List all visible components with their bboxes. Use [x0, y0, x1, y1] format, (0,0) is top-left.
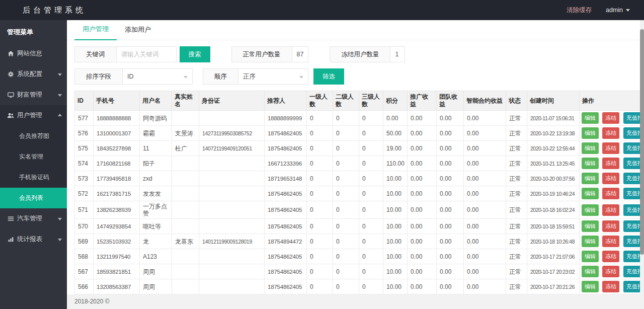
cell-referrer: 18888899999 [265, 111, 307, 126]
cell-realname: 杜广 [172, 141, 199, 156]
chevron-down-icon [58, 218, 62, 220]
freeze-button[interactable]: 冻结 [602, 158, 619, 169]
freeze-button[interactable]: 冻结 [602, 281, 619, 292]
freeze-button[interactable]: 冻结 [602, 251, 619, 262]
column-header: 团队收益 [437, 91, 464, 111]
sidebar-item-user-management[interactable]: 用户管理 [0, 105, 67, 126]
cell-actions: 编辑 冻结 充值扣款 [580, 201, 643, 219]
clear-cache-button[interactable]: 清除缓存 [567, 6, 592, 15]
cell-id: 568 [75, 249, 94, 264]
freeze-button[interactable]: 冻结 [602, 204, 619, 216]
sidebar-item-wealth[interactable]: 财富管理 [0, 85, 67, 105]
freeze-button[interactable]: 冻结 [602, 236, 619, 247]
column-header: 状态 [506, 91, 527, 111]
status-badge: 正常 [506, 171, 527, 186]
edit-button[interactable]: 编辑 [582, 173, 599, 184]
cell-level2-count: 0 [333, 249, 359, 264]
cell-referrer: 18754862405 [265, 201, 307, 219]
gear-icon [7, 71, 14, 78]
freeze-button[interactable]: 冻结 [602, 188, 619, 199]
cell-level2-count: 0 [333, 234, 359, 249]
edit-button[interactable]: 编辑 [582, 236, 599, 247]
cell-level2-count: 0 [333, 219, 359, 234]
cell-referrer: 18754862405 [265, 279, 307, 294]
keyword-input[interactable] [116, 46, 177, 62]
sidebar: 管理菜单 网站信息 系统配置 [0, 20, 67, 309]
cell-level1-count: 0 [307, 234, 333, 249]
cell-referrer: 18754862405 [265, 219, 307, 234]
cell-points: 10.00 [383, 234, 408, 249]
sidebar-header: 管理菜单 [0, 20, 67, 43]
cell-phone: 18593821851 [94, 264, 140, 279]
cell-level1-count: 0 [307, 126, 333, 141]
chevron-down-icon [58, 94, 62, 97]
sidebar-item-car-management[interactable]: 汽车管理 [0, 208, 67, 229]
cell-level1-count: 0 [307, 111, 333, 126]
scrollbar-thumb[interactable] [640, 29, 644, 255]
filter-button[interactable]: 筛选 [313, 68, 344, 85]
cell-referrer: 18754862405 [265, 126, 307, 141]
tab-user-management[interactable]: 用户管理 [74, 25, 117, 40]
freeze-button[interactable]: 冻结 [602, 173, 619, 184]
cell-idcard: 140721199409120051 [199, 141, 265, 156]
cell-promo-income: 0.00 [408, 156, 437, 171]
cell-idcard [199, 201, 265, 219]
freeze-button[interactable]: 冻结 [602, 127, 619, 139]
edit-button[interactable]: 编辑 [582, 204, 599, 216]
user-table-body: 577 18888888888 阿奇源码 18888899999 0 0 0 0… [75, 111, 643, 309]
cell-referrer: 18754862405 [265, 141, 307, 156]
sidebar-item-member-list[interactable]: 会员列表 [0, 188, 67, 208]
cell-referrer: 16671233396 [265, 156, 307, 171]
status-badge: 正常 [506, 141, 527, 156]
sidebar-item-statistics[interactable]: 统计报表 [0, 229, 67, 250]
freeze-button[interactable]: 冻结 [602, 266, 619, 277]
cell-points: 110.00 [383, 156, 408, 171]
sidebar-item-label: 财富管理 [17, 91, 42, 99]
cell-actions: 编辑 冻结 充值扣款 [580, 156, 643, 171]
freeze-button[interactable]: 冻结 [602, 112, 619, 124]
user-menu[interactable]: admin [606, 7, 630, 14]
edit-button[interactable]: 编辑 [582, 112, 599, 124]
sort-field-select[interactable]: ID [122, 68, 193, 85]
table-row: 577 18888888888 阿奇源码 18888899999 0 0 0 0… [75, 111, 643, 126]
edit-button[interactable]: 编辑 [582, 142, 599, 154]
cell-contract-income: 0.00 [464, 141, 506, 156]
cell-level2-count: 0 [333, 201, 359, 219]
order-label: 顺序 [203, 68, 238, 85]
cell-promo-income: 0.00 [408, 234, 437, 249]
search-button[interactable]: 搜索 [180, 46, 210, 62]
main-content: 用户管理 添加用户 关键词 搜索 正常用户数量 87 冻结用户数量 1 排序字段 [67, 20, 644, 309]
cell-idcard [199, 264, 265, 279]
cell-contract-income: 0.00 [464, 126, 506, 141]
cell-created-time: 2020-10-17 21:07:06 [527, 249, 580, 264]
tab-add-user[interactable]: 添加用户 [117, 25, 159, 40]
cell-phone: 15235103932 [94, 234, 140, 249]
sidebar-item-realname-management[interactable]: 实名管理 [0, 146, 67, 167]
freeze-button[interactable]: 冻结 [602, 142, 619, 154]
edit-button[interactable]: 编辑 [582, 266, 599, 277]
cell-level2-count: 0 [333, 186, 359, 201]
cell-team-income: 0.00 [437, 141, 464, 156]
cell-phone: 13211997540 [94, 249, 140, 264]
cell-level3-count: 0 [359, 186, 383, 201]
cell-level1-count: 0 [307, 141, 333, 156]
sidebar-item-site-info[interactable]: 网站信息 [0, 43, 67, 64]
freeze-button[interactable]: 冻结 [602, 220, 619, 232]
cell-referrer: 18754894472 [265, 234, 307, 249]
sidebar-item-sms-code[interactable]: 手机验证码 [0, 167, 67, 188]
cell-actions: 编辑 冻结 充值扣款 [580, 249, 643, 264]
sidebar-item-system-config[interactable]: 系统配置 [0, 64, 67, 85]
status-badge: 正常 [506, 201, 527, 219]
vertical-scrollbar[interactable] [640, 20, 644, 309]
sidebar-item-member-referral[interactable]: 会员推荐图 [0, 126, 67, 146]
edit-button[interactable]: 编辑 [582, 158, 599, 169]
chevron-down-icon [58, 239, 62, 241]
cell-team-income: 0.00 [437, 126, 464, 141]
order-select[interactable]: 正序 [238, 68, 308, 85]
edit-button[interactable]: 编辑 [582, 281, 599, 292]
user-table: ID手机号用户名真实姓名身份证推荐人一级人数二级人数三级人数积分推广收益团队收益… [74, 91, 642, 309]
edit-button[interactable]: 编辑 [582, 188, 599, 199]
edit-button[interactable]: 编辑 [582, 127, 599, 139]
edit-button[interactable]: 编辑 [582, 220, 599, 232]
edit-button[interactable]: 编辑 [582, 251, 599, 262]
